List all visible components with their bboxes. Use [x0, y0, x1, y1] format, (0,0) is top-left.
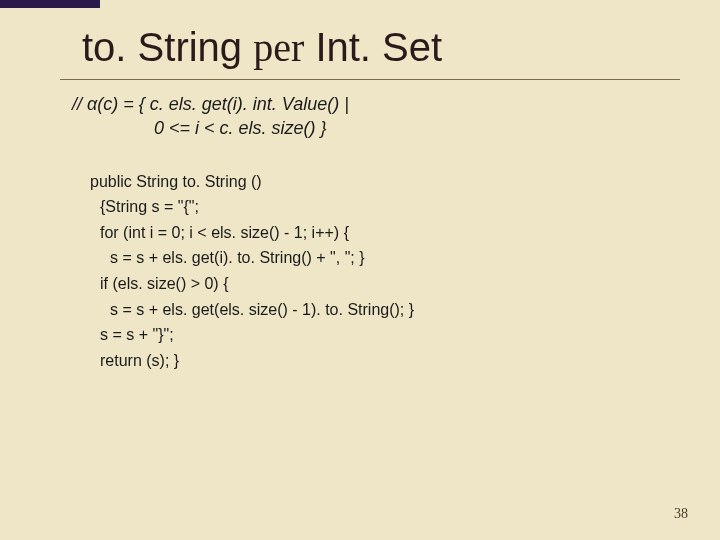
code-line: s = s + els. get(i). to. String() + ", "… — [110, 245, 680, 271]
code-block: public String to. String () {String s = … — [90, 169, 680, 374]
spec-line-2: 0 <= i < c. els. size() } — [154, 116, 680, 140]
slide-title: to. String per Int. Set — [82, 24, 680, 71]
code-line: if (els. size() > 0) { — [100, 271, 680, 297]
title-part1: to. String — [82, 25, 253, 69]
spec-block: // α(c) = { c. els. get(i). int. Value()… — [72, 92, 680, 141]
page-number: 38 — [674, 506, 688, 522]
top-accent-bar — [0, 0, 100, 8]
code-line: return (s); } — [100, 348, 680, 374]
code-line: {String s = "{"; — [100, 194, 680, 220]
title-divider — [60, 79, 680, 80]
code-line: s = s + "}"; — [100, 322, 680, 348]
code-line: public String to. String () — [90, 169, 680, 195]
spec-line-1: // α(c) = { c. els. get(i). int. Value()… — [72, 92, 680, 116]
title-part2: Int. Set — [304, 25, 442, 69]
code-line: s = s + els. get(els. size() - 1). to. S… — [110, 297, 680, 323]
code-line: for (int i = 0; i < els. size() - 1; i++… — [100, 220, 680, 246]
slide-content: to. String per Int. Set // α(c) = { c. e… — [60, 24, 680, 520]
title-per: per — [253, 25, 304, 70]
